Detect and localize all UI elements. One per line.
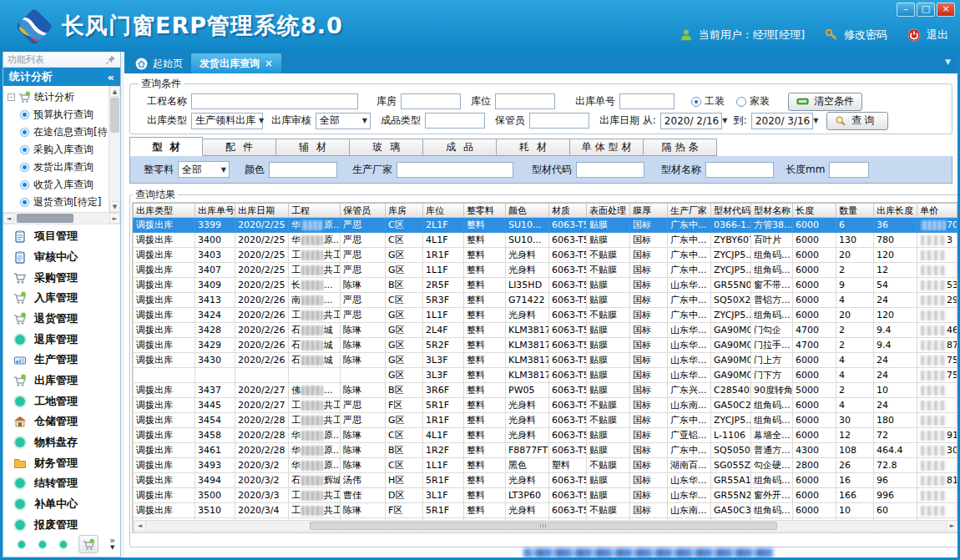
grid-row[interactable]: 调拨出库 3500 2020/3/3 工共工程 曹佳 D区 3L1F 整料 LT… bbox=[134, 488, 958, 503]
grid-row[interactable]: 调拨出库 3428 2020/2/26 石城 陈琳 G区 2L4F 整料 KLM… bbox=[134, 323, 958, 338]
grid-column-header[interactable]: 工程 bbox=[289, 204, 341, 218]
grid-column-header[interactable]: 整零料 bbox=[464, 204, 506, 218]
grid-column-header[interactable]: 生产厂家 bbox=[668, 204, 711, 218]
material-tab[interactable]: 配件 bbox=[203, 139, 276, 156]
warehouse-input[interactable] bbox=[401, 93, 461, 109]
circle-icon[interactable] bbox=[17, 538, 27, 551]
close-button[interactable]: × bbox=[937, 3, 955, 17]
sidebar-menu-item[interactable]: 工地管理 bbox=[13, 393, 120, 410]
sidebar-menu-item[interactable]: 出库管理 bbox=[13, 372, 120, 389]
radio-gongzhuang-label[interactable]: 工装 bbox=[705, 94, 725, 108]
material-tab[interactable]: 耗材 bbox=[497, 139, 570, 156]
scroll-up-icon[interactable]: ▲ bbox=[109, 86, 120, 97]
grid-row[interactable]: 调拨出库 3493 2020/3/2 华原... 陈琳 C区 1L1F 整料 黑… bbox=[134, 458, 958, 473]
grid-column-header[interactable]: 长度 bbox=[793, 204, 836, 218]
sidebar-menu-item[interactable]: 审核中心 bbox=[13, 249, 120, 265]
material-tab[interactable]: 型材 bbox=[129, 137, 203, 156]
tree-vertical-scrollbar[interactable]: ▲ ▼ bbox=[109, 86, 120, 212]
sidebar-horizontal-scrollbar[interactable]: ◄ ► bbox=[3, 213, 120, 225]
tree-item[interactable]: 在途信息查询[待 bbox=[8, 124, 108, 141]
project-name-input[interactable] bbox=[191, 93, 358, 109]
material-tab[interactable]: 隔热条 bbox=[644, 139, 717, 156]
location-input[interactable] bbox=[495, 93, 555, 109]
grid-row[interactable]: 调拨出库 3424 2020/2/26 工共工程 严思 G区 1L1F 整料 光… bbox=[134, 308, 958, 323]
out-type-select[interactable]: 生产领料出库▼ bbox=[191, 113, 263, 129]
grid-column-header[interactable]: 单价 bbox=[917, 204, 957, 218]
cart-shortcut-button[interactable] bbox=[78, 535, 99, 553]
grid-row[interactable]: 调拨出库 3430 2020/2/26 石城 陈琳 G区 3L3F 整料 KLM… bbox=[134, 353, 958, 368]
scrollbar-thumb[interactable] bbox=[17, 214, 73, 223]
stats-section-header[interactable]: 统计分析 « bbox=[3, 68, 120, 86]
clear-conditions-button[interactable]: 清空条件 bbox=[788, 93, 862, 111]
sidebar-menu-item[interactable]: 项目管理 bbox=[13, 228, 120, 245]
date-from-picker[interactable]: 2020/ 2/16▼ bbox=[660, 113, 722, 129]
sidebar-menu-item[interactable]: 生产管理 bbox=[13, 351, 120, 368]
grid-row[interactable]: 调拨出库 3437 2020/2/27 佛... 陈琳 B区 3R6F 整料 P… bbox=[134, 383, 958, 398]
collapse-icon[interactable]: « bbox=[108, 71, 114, 83]
order-no-input[interactable] bbox=[619, 93, 675, 109]
color-input[interactable] bbox=[269, 162, 337, 178]
sidebar-menu-item[interactable]: 采购管理 bbox=[13, 270, 120, 286]
material-tab[interactable]: 辅材 bbox=[276, 139, 350, 156]
maker-input[interactable] bbox=[397, 162, 513, 178]
grid-row[interactable]: 调拨出库 3407 2020/2/25 工共工程 严思 G区 1L1F 整料 光… bbox=[134, 263, 958, 278]
material-tab[interactable]: 玻璃 bbox=[350, 139, 423, 156]
grid-row[interactable]: 调拨出库 3510 2020/3/4 工共工程 陈琳 F区 5R1F 整料 光身… bbox=[134, 503, 958, 518]
profile-code-input[interactable] bbox=[576, 162, 644, 178]
sidebar-menu-item[interactable]: 补单中心 bbox=[13, 496, 120, 512]
scrollbar-thumb[interactable] bbox=[110, 98, 119, 133]
keeper-input[interactable] bbox=[529, 113, 589, 129]
radio-gongzhuang[interactable] bbox=[691, 97, 701, 107]
sidebar-menu-item[interactable]: 财务管理 bbox=[13, 455, 120, 472]
whole-part-select[interactable]: 全部▼ bbox=[178, 161, 230, 178]
grid-column-header[interactable]: 出库类型 bbox=[134, 204, 195, 218]
grid-horizontal-scrollbar[interactable]: ◄ ► bbox=[134, 520, 957, 532]
scroll-right-icon[interactable]: ► bbox=[109, 213, 120, 224]
sidebar-menu-item[interactable]: 入库管理 bbox=[13, 290, 120, 306]
grid-column-header[interactable]: 出库日期 bbox=[235, 204, 289, 218]
grid-row[interactable]: 调拨出库 3403 2020/2/25 工共工程 严思 G区 1R1F 整料 光… bbox=[134, 248, 958, 263]
grid-column-header[interactable]: 数量 bbox=[836, 204, 874, 218]
circle-icon[interactable] bbox=[58, 538, 68, 551]
grid-row[interactable]: 调拨出库 3399 2020/2/25 华原... 严思 C区 2L1F 整料 … bbox=[134, 218, 958, 233]
grid-row[interactable]: G区 3L3F 整料 KLM3817 6063-T5 贴膜 国标 山东华... … bbox=[134, 368, 958, 383]
grid-column-header[interactable]: 膜厚 bbox=[630, 204, 668, 218]
grid-column-header[interactable]: 材质 bbox=[549, 204, 587, 218]
tree-expander-icon[interactable]: - bbox=[8, 93, 15, 101]
scroll-left-icon[interactable]: ◄ bbox=[134, 521, 146, 531]
scroll-down-icon[interactable]: ▼ bbox=[109, 201, 120, 212]
material-tab[interactable]: 单体型材 bbox=[570, 139, 644, 156]
grid-column-header[interactable]: 出库长度 bbox=[874, 204, 917, 218]
scroll-right-icon[interactable]: ► bbox=[946, 521, 957, 531]
tree-item[interactable]: 采购入库查询 bbox=[8, 141, 108, 159]
tree-item[interactable]: 发货出库查询 bbox=[8, 159, 108, 176]
tree-root[interactable]: - 统计分析 bbox=[8, 88, 108, 106]
sidebar-menu-item[interactable]: 退库管理 bbox=[13, 331, 120, 348]
product-type-input[interactable] bbox=[425, 113, 485, 129]
grid-column-header[interactable]: 型材名称 bbox=[751, 204, 793, 218]
tree-item[interactable]: 收货入库查询 bbox=[8, 176, 108, 194]
sidebar-menu-item[interactable]: 结转管理 bbox=[13, 475, 120, 492]
out-audit-select[interactable]: 全部▼ bbox=[316, 113, 371, 129]
grid-row[interactable]: 调拨出库 3409 2020/2/25 长... 陈琳 B区 2R5F 整料 L… bbox=[134, 278, 958, 293]
grid-row[interactable]: 调拨出库 3429 2020/2/26 石城 陈琳 G区 5R2F 整料 KLM… bbox=[134, 338, 958, 353]
minimize-button[interactable]: – bbox=[897, 3, 915, 17]
profile-name-input[interactable] bbox=[705, 162, 774, 178]
grid-row[interactable]: 调拨出库 3494 2020/3/2 石辉城 汤伟 H区 5R1F 整料 光身料 bbox=[134, 473, 958, 488]
change-password-link[interactable]: 修改密码 bbox=[844, 28, 887, 43]
grid-column-header[interactable]: 型材代码 bbox=[711, 204, 751, 218]
logout-link[interactable]: 退出 bbox=[927, 28, 948, 43]
tab-list-caret-icon[interactable]: ▼ bbox=[945, 58, 951, 66]
grid-column-header[interactable]: 表面处理 bbox=[587, 204, 630, 218]
grid-column-header[interactable]: 保管员 bbox=[341, 204, 386, 218]
grid-row[interactable]: 调拨出库 3454 2020/2/28 工共工程 严思 G区 1R1F 整料 光… bbox=[134, 413, 958, 428]
sidebar-menu-item[interactable]: 仓储管理 bbox=[13, 413, 120, 430]
more-items-button[interactable]: »▼ bbox=[109, 537, 115, 551]
grid-row[interactable]: 调拨出库 3461 2020/2/28 华原... 陈琳 B区 1R2F 整料 … bbox=[134, 443, 958, 458]
date-to-picker[interactable]: 2020/ 3/16▼ bbox=[751, 113, 813, 129]
grid-row[interactable]: 调拨出库 3413 2020/2/26 南... 严思 C区 5R3F 整料 G… bbox=[134, 293, 958, 308]
grid-column-header[interactable]: 金 bbox=[957, 204, 958, 218]
radio-jiazhuang[interactable] bbox=[736, 97, 746, 107]
grid-column-header[interactable]: 出库单号 bbox=[195, 204, 235, 218]
tab-close-icon[interactable]: × bbox=[265, 58, 273, 69]
